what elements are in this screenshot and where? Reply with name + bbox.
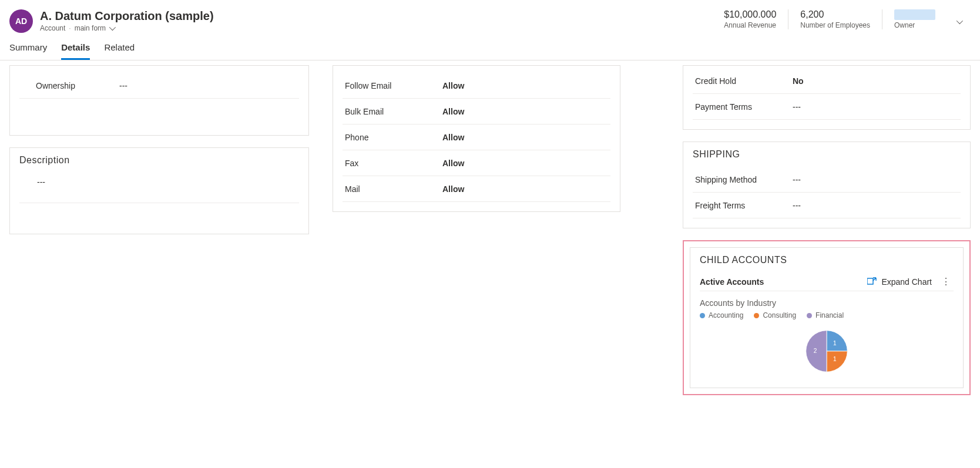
bulk-email-label: Bulk Email xyxy=(343,107,442,116)
legend-dot-consulting xyxy=(754,313,759,318)
billing-section: Credit Hold No Payment Terms --- xyxy=(683,65,971,130)
page-title: A. Datum Corporation (sample) xyxy=(40,9,712,23)
freight-terms-label: Freight Terms xyxy=(693,201,793,210)
separator: · xyxy=(69,24,71,32)
avatar: AD xyxy=(9,9,33,33)
freight-terms-value[interactable]: --- xyxy=(793,201,801,210)
employees-label: Number of Employees xyxy=(800,21,870,29)
shipping-title: SHIPPING xyxy=(693,149,961,160)
owner-value[interactable] xyxy=(894,9,935,20)
pie-label-financial: 2 xyxy=(814,348,817,354)
annual-revenue-label: Annual Revenue xyxy=(724,21,776,29)
follow-email-label: Follow Email xyxy=(343,81,442,90)
pie-chart: 112 xyxy=(700,324,954,378)
pie-slice-consulting[interactable] xyxy=(827,351,847,372)
legend-label-consulting: Consulting xyxy=(763,311,796,319)
pie-label-accounting: 1 xyxy=(833,340,837,346)
header-expand-button[interactable] xyxy=(947,16,971,26)
owner-label: Owner xyxy=(894,21,935,29)
shipping-method-value[interactable]: --- xyxy=(793,175,801,184)
tab-summary[interactable]: Summary xyxy=(9,42,47,60)
bulk-email-value[interactable]: Allow xyxy=(442,107,464,116)
chart-title: Accounts by Industry xyxy=(700,298,954,308)
child-accounts-highlight: CHILD ACCOUNTS Active Accounts Expand Ch… xyxy=(683,240,971,395)
description-title: Description xyxy=(19,155,299,166)
company-section: Ownership --- xyxy=(9,65,309,136)
employees-value[interactable]: 6,200 xyxy=(800,9,870,20)
legend-dot-accounting xyxy=(700,313,705,318)
credit-hold-value[interactable]: No xyxy=(793,76,804,86)
legend-label-accounting: Accounting xyxy=(709,311,743,319)
credit-hold-label: Credit Hold xyxy=(693,76,793,86)
expand-icon xyxy=(867,277,877,287)
description-value[interactable]: --- xyxy=(19,173,299,203)
child-accounts-title: CHILD ACCOUNTS xyxy=(700,255,954,265)
legend-item-accounting: Accounting xyxy=(700,311,743,319)
entity-label: Account xyxy=(40,24,65,32)
shipping-section: SHIPPING Shipping Method --- Freight Ter… xyxy=(683,142,971,228)
ownership-value[interactable]: --- xyxy=(119,81,127,90)
svg-rect-0 xyxy=(867,278,873,284)
payment-terms-value[interactable]: --- xyxy=(793,102,801,112)
legend-item-consulting: Consulting xyxy=(754,311,796,319)
phone-value[interactable]: Allow xyxy=(442,133,464,142)
payment-terms-label: Payment Terms xyxy=(693,102,793,112)
legend-label-financial: Financial xyxy=(815,311,844,319)
more-options-button[interactable]: ⋮ xyxy=(939,276,954,287)
mail-value[interactable]: Allow xyxy=(442,184,464,194)
fax-value[interactable]: Allow xyxy=(442,159,464,168)
pie-slice-accounting[interactable] xyxy=(827,331,847,351)
annual-revenue-value[interactable]: $10,000.000 xyxy=(724,9,776,20)
pie-label-consulting: 1 xyxy=(833,356,837,362)
child-accounts-subtitle: Active Accounts xyxy=(700,277,764,287)
form-selector[interactable]: main form xyxy=(75,24,106,32)
expand-chart-button[interactable]: Expand Chart xyxy=(867,277,932,287)
chart-legend: Accounting Consulting Financial xyxy=(700,311,954,319)
child-accounts-section: CHILD ACCOUNTS Active Accounts Expand Ch… xyxy=(690,247,964,388)
contact-preferences-section: Follow Email Allow Bulk Email Allow Phon… xyxy=(333,65,620,212)
legend-dot-financial xyxy=(807,313,812,318)
mail-label: Mail xyxy=(343,184,442,194)
ownership-label: Ownership xyxy=(19,81,119,90)
shipping-method-label: Shipping Method xyxy=(693,175,793,184)
chevron-down-icon[interactable] xyxy=(109,24,116,31)
phone-label: Phone xyxy=(343,133,442,142)
description-section: Description --- xyxy=(9,147,309,234)
legend-item-financial: Financial xyxy=(807,311,844,319)
follow-email-value[interactable]: Allow xyxy=(442,81,464,90)
tab-related[interactable]: Related xyxy=(104,42,135,60)
tab-details[interactable]: Details xyxy=(61,42,90,60)
expand-chart-label: Expand Chart xyxy=(881,277,932,287)
fax-label: Fax xyxy=(343,159,442,168)
